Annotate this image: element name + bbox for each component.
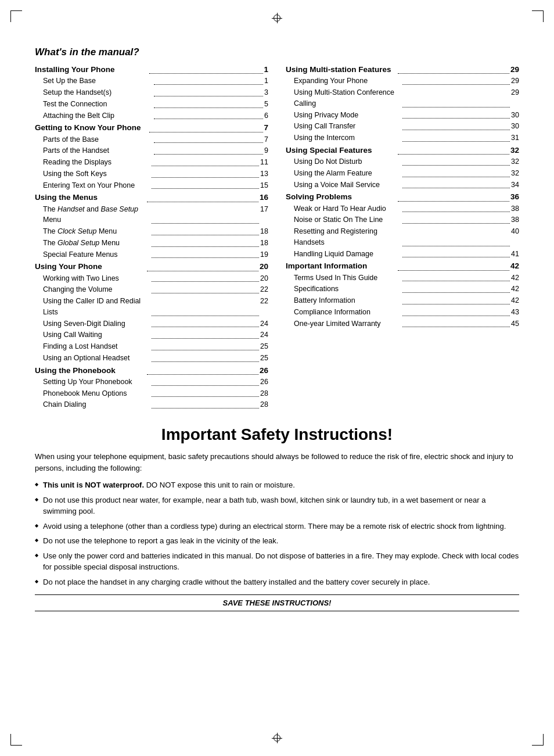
toc-left-col: Installing Your Phone 1 Set Up the Base1… <box>35 64 268 411</box>
toc-group-installing: Installing Your Phone 1 Set Up the Base1… <box>35 64 268 121</box>
list-item: Use only the power cord and batteries in… <box>35 550 519 573</box>
list-item: Do not use the telephone to report a gas… <box>35 535 519 547</box>
section-title: What's in the manual? <box>35 46 519 58</box>
list-item: This unit is NOT waterproof. DO NOT expo… <box>35 479 519 491</box>
corner-mark-tr <box>532 10 544 22</box>
safety-section: Important Safety Instructions! When usin… <box>35 425 519 611</box>
toc-group-special-features: Using Special Features 32 Using Do Not D… <box>286 145 519 191</box>
list-item: Do not use this product near water, for … <box>35 495 519 517</box>
toc-right-col: Using Multi-station Features 29 Expandin… <box>286 64 519 411</box>
toc-group-phonebook: Using the Phonebook 26 Setting Up Your P… <box>35 365 268 411</box>
list-item: Avoid using a telephone (other than a co… <box>35 521 519 532</box>
corner-mark-tl <box>10 10 22 22</box>
corner-mark-bl <box>10 734 22 746</box>
toc-group-important-info: Important Information 42 Terms Used In T… <box>286 260 519 329</box>
crosshair-bottom <box>272 733 282 743</box>
toc-group-getting-to-know: Getting to Know Your Phone 7 Parts of th… <box>35 122 268 191</box>
save-instructions-bar: SAVE THESE INSTRUCTIONS! <box>35 594 519 611</box>
corner-mark-br <box>532 734 544 746</box>
crosshair-top <box>272 13 282 23</box>
toc-group-menus: Using the Menus 16 The Handset and Base … <box>35 192 268 260</box>
safety-list: This unit is NOT waterproof. DO NOT expo… <box>35 479 519 587</box>
page: What's in the manual? Installing Your Ph… <box>0 0 554 756</box>
safety-title: Important Safety Instructions! <box>35 425 519 444</box>
toc-group-multistation: Using Multi-station Features 29 Expandin… <box>286 64 519 144</box>
toc-group-using-phone: Using Your Phone 20 Working with Two Lin… <box>35 261 268 363</box>
toc-container: Installing Your Phone 1 Set Up the Base1… <box>35 64 519 411</box>
list-item: Do not place the handset in any charging… <box>35 576 519 588</box>
toc-main-installing: Installing Your Phone 1 <box>35 64 268 76</box>
safety-intro: When using your telephone equipment, bas… <box>35 451 519 474</box>
toc-group-solving-problems: Solving Problems 36 Weak or Hard To Hear… <box>286 191 519 259</box>
